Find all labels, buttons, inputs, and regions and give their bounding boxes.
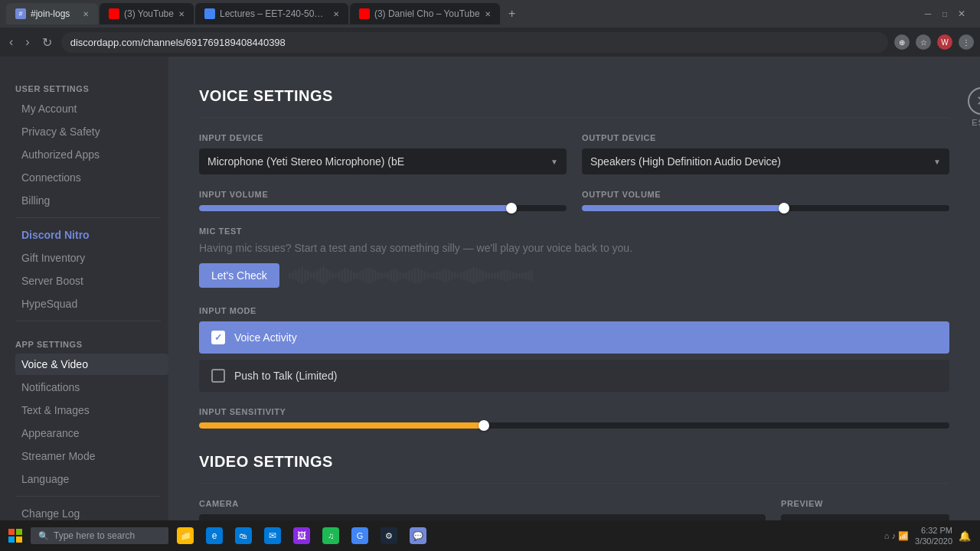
sidebar-item-text-images[interactable]: Text & Images [15,399,168,421]
output-volume-thumb[interactable] [779,203,789,214]
close-settings-button[interactable]: ✕ ESC [968,87,980,127]
camera-select[interactable]: No Video Devices ▼ [199,514,766,520]
photos-icon: 🖼 [293,527,310,544]
preview-label: PREVIEW [781,499,949,508]
settings-icon[interactable]: ⋮ [959,34,974,50]
tab-close-4[interactable]: ✕ [485,10,491,18]
sidebar-item-billing[interactable]: Billing [15,190,168,211]
input-device-arrow: ▼ [550,158,558,166]
tab-close-2[interactable]: ✕ [178,10,185,18]
taskbar-app-discord[interactable]: 💬 [404,522,432,549]
preview-col: PREVIEW Test Video [781,499,949,520]
taskbar-apps: 📁 e 🛍 ✉ 🖼 ♫ G ⚙ 💬 [172,522,875,549]
input-mode-section: INPUT MODE ✓ Voice Activity Push to Talk… [199,306,949,392]
taskbar-app-chrome[interactable]: G [346,522,374,549]
svg-rect-7 [8,536,15,543]
device-row: INPUT DEVICE Microphone (Yeti Stereo Mic… [199,133,949,174]
new-tab-button[interactable]: + [501,3,523,24]
minimize-button[interactable]: ─ [922,8,934,20]
tab-close-3[interactable]: ✕ [333,10,339,18]
waveform-display [289,264,949,287]
back-button[interactable]: ‹ [6,32,16,52]
input-volume-fill [199,205,511,211]
sidebar-item-hypesquad[interactable]: HypeSquad [15,293,168,315]
output-volume-fill [582,205,784,211]
sidebar-item-gift-inventory[interactable]: Gift Inventory [15,247,168,269]
voice-settings-title: VOICE SETTINGS [199,87,949,118]
sidebar-item-server-boost[interactable]: Server Boost [15,270,168,292]
input-volume-slider[interactable] [199,205,567,211]
notification-icon[interactable]: 🔔 [959,530,971,542]
close-browser-button[interactable]: ✕ [956,8,968,20]
taskbar-app-explorer[interactable]: 📁 [172,522,199,549]
svg-rect-6 [16,529,22,535]
taskbar-app-edge[interactable]: e [201,522,228,549]
sidebar-item-authorized-apps[interactable]: Authorized Apps [15,144,168,165]
app-settings-label: APP SETTINGS [15,328,168,354]
taskbar-app-store[interactable]: 🛍 [230,522,257,549]
sidebar-item-language[interactable]: Language [15,468,168,490]
address-bar: ‹ › ↻ discordapp.com/channels/6917691894… [0,28,980,57]
maximize-button[interactable]: □ [939,8,951,20]
tab-close-1[interactable]: ✕ [83,10,89,18]
lets-check-button[interactable]: Let's Check [199,263,279,288]
sidebar-item-appearance[interactable]: Appearance [15,422,168,444]
push-to-talk-option[interactable]: Push to Talk (Limited) [199,360,949,392]
voice-activity-checkbox: ✓ [211,331,225,344]
tab-bar: # #join-logs ✕ (3) YouTube ✕ Lectures – … [0,0,980,28]
profile-icon[interactable]: W [937,34,952,50]
bookmark-icon[interactable]: ☆ [916,34,931,50]
taskbar-app-spotify[interactable]: ♫ [317,522,345,549]
tab-1[interactable]: # #join-logs ✕ [6,3,98,24]
output-volume-label: OUTPUT VOLUME [582,190,949,199]
start-button[interactable] [3,523,28,548]
svg-rect-8 [16,536,22,543]
camera-label: CAMERA [199,499,766,508]
sidebar-item-voice-video[interactable]: Voice & Video [15,354,168,375]
taskbar-app-mail[interactable]: ✉ [259,522,286,549]
voice-activity-option[interactable]: ✓ Voice Activity [199,321,949,354]
volume-row: INPUT VOLUME OUTPUT VOLUME [199,190,949,211]
sidebar-item-notifications[interactable]: Notifications [15,377,168,398]
steam-icon: ⚙ [381,527,397,544]
input-volume-thumb[interactable] [506,203,517,214]
output-device-select[interactable]: Speakers (High Definition Audio Device) … [582,148,949,174]
sidebar-item-my-account[interactable]: My Account [15,98,168,119]
tray-icons: ⌂ ♪ 📶 [884,531,909,541]
sensitivity-slider[interactable] [199,422,949,429]
tab-2[interactable]: (3) YouTube ✕ [100,3,194,24]
sensitivity-thumb[interactable] [479,420,489,431]
app-body: USER SETTINGS My Account Privacy & Safet… [0,57,980,520]
sidebar-item-discord-nitro[interactable]: Discord Nitro [15,224,168,246]
taskbar: 🔍 Type here to search 📁 e 🛍 ✉ 🖼 ♫ G ⚙ 💬 [0,520,980,551]
sidebar-item-streamer-mode[interactable]: Streamer Mode [15,445,168,467]
sidebar-item-change-log[interactable]: Change Log [15,503,168,520]
tab-4[interactable]: (3) Daniel Cho – YouTube ✕ [350,3,500,24]
tab-title-3: Lectures – EET-240-500_20205P [220,8,328,19]
url-input[interactable]: discordapp.com/channels/6917691894084403… [61,32,888,53]
taskbar-app-steam[interactable]: ⚙ [375,522,403,549]
checkmark-icon: ✓ [214,332,222,343]
sensitivity-section: INPUT SENSITIVITY [199,407,949,429]
taskbar-clock: 6:32 PM 3/30/2020 [915,525,952,547]
divider-2 [15,321,161,321]
output-device-col: OUTPUT DEVICE Speakers (High Definition … [582,133,949,174]
output-volume-slider[interactable] [582,205,949,211]
main-content: ✕ ESC VOICE SETTINGS INPUT DEVICE Microp… [168,57,980,520]
input-device-select[interactable]: Microphone (Yeti Stereo Microphone) (bE … [199,148,567,174]
taskbar-search[interactable]: 🔍 Type here to search [31,527,168,544]
forward-button[interactable]: › [22,32,32,52]
refresh-button[interactable]: ↻ [39,32,55,53]
preview-box: Test Video [781,514,949,520]
sidebar: USER SETTINGS My Account Privacy & Safet… [0,57,168,520]
extensions-icon[interactable]: ⊕ [894,34,910,50]
input-device-value: Microphone (Yeti Stereo Microphone) (bE [207,155,404,168]
taskbar-tray: ⌂ ♪ 📶 6:32 PM 3/30/2020 🔔 [878,525,977,547]
browser-chrome: # #join-logs ✕ (3) YouTube ✕ Lectures – … [0,0,980,57]
taskbar-app-photos[interactable]: 🖼 [288,522,315,549]
input-volume-col: INPUT VOLUME [199,190,567,211]
sidebar-item-privacy-safety[interactable]: Privacy & Safety [15,121,168,142]
tab-3[interactable]: Lectures – EET-240-500_20205P ✕ [195,3,348,24]
mic-test-desc: Having mic issues? Start a test and say … [199,242,949,254]
sidebar-item-connections[interactable]: Connections [15,167,168,188]
